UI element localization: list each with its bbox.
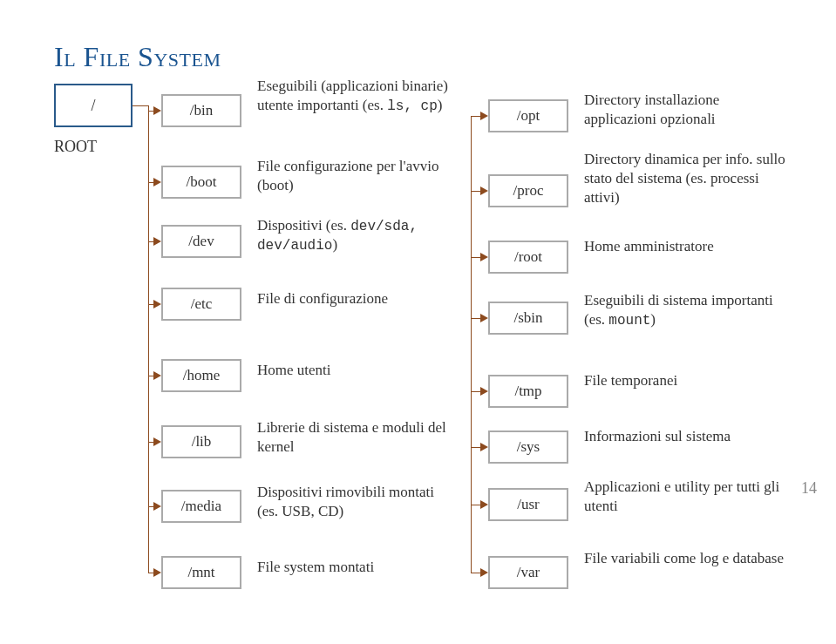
arrow-head-icon [480,314,488,322]
dir-description: Applicazioni e utility per tutti gli ute… [584,478,792,516]
arrow-head-icon [480,500,488,509]
dir-description: Directory dinamica per info. sullo stato… [584,150,792,207]
arrow-head-icon [153,437,161,446]
arrow-head-icon [480,253,488,261]
dir-node: /home [161,359,241,392]
dir-node: /dev [161,225,241,258]
arrow-head-icon [153,106,161,115]
dir-description: Informazioni sul sistema [584,427,731,446]
connector [133,105,148,106]
arrow-head-icon [480,568,488,577]
dir-node: /etc [161,288,241,321]
root-label: ROOT [54,138,97,156]
dir-description: File system montati [257,558,374,577]
arrow-head-icon [153,237,161,246]
arrow-head-icon [480,112,488,120]
dir-description: File variabili come log e database [584,549,784,568]
dir-node: /root [488,241,568,274]
dir-description: Directory installazione applicazioni opz… [584,91,792,129]
arrow-head-icon [153,300,161,308]
dir-node: /proc [488,174,568,207]
dir-node: /opt [488,99,568,132]
connector [471,318,480,319]
dir-node: /tmp [488,375,568,408]
root-node: / [54,84,133,127]
connector [471,116,480,117]
dir-node: /boot [161,166,241,199]
arrow-head-icon [153,371,161,380]
dir-node: /sbin [488,302,568,335]
arrow-head-icon [480,387,488,396]
dir-description: Librerie di sistema e moduli del kernel [257,418,449,457]
connector [471,573,480,573]
dir-description: File di configurazione [257,289,388,308]
dir-node: /sys [488,430,568,464]
dir-node: /media [161,490,241,523]
arrow-head-icon [480,186,488,195]
arrow-head-icon [153,178,161,186]
dir-node: /lib [161,425,241,458]
dir-description: Eseguibili di sistema importanti (es. mo… [584,291,792,329]
connector [471,505,480,505]
dir-description: Home amministratore [584,237,714,256]
connector [471,191,480,192]
dir-description: Home utenti [257,361,331,380]
dir-node: /bin [161,94,241,127]
arrow-head-icon [153,568,161,577]
page-number: 14 [801,479,817,498]
dir-description: Eseguibili (applicazioni binarie) utente… [257,77,449,115]
dir-description: File temporanei [584,371,677,390]
arrow-head-icon [480,443,488,451]
dir-description: File configurazione per l'avvio (boot) [257,157,449,195]
connector [471,257,480,258]
connector-root-trunk [148,105,149,573]
connector [471,447,480,448]
dir-description: Dispositivi rimovibili montati (es. USB,… [257,483,449,521]
dir-description: Dispositivi (es. dev/sda, dev/audio) [257,216,449,255]
dir-node: /mnt [161,556,241,589]
page-title: Il File System [54,41,221,73]
connector [471,391,480,392]
connector-right-trunk [471,116,472,573]
dir-node: /var [488,556,568,589]
arrow-head-icon [153,502,161,511]
dir-node: /usr [488,488,568,521]
